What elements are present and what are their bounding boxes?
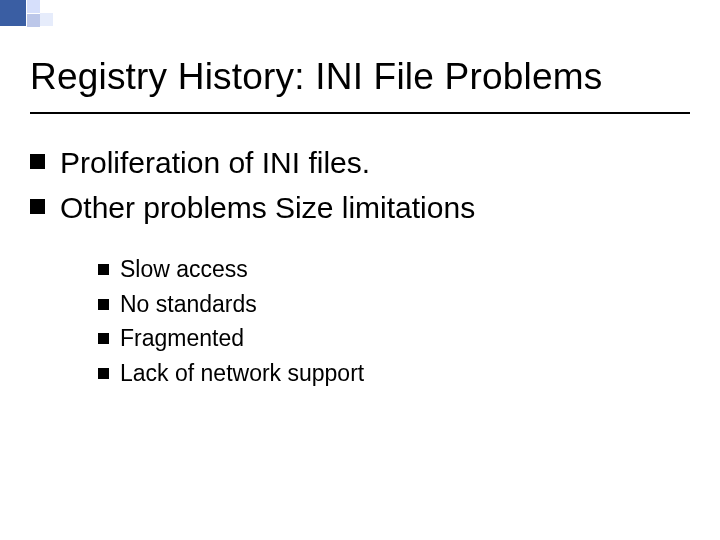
list-item: No standards	[98, 291, 690, 319]
square-bullet-icon	[30, 199, 45, 214]
list-item: Proliferation of INI files.	[30, 145, 690, 181]
accent-square-small	[27, 14, 40, 27]
square-bullet-icon	[98, 264, 109, 275]
accent-square-small	[40, 13, 53, 26]
list-item: Lack of network support	[98, 360, 690, 388]
list-item: Slow access	[98, 256, 690, 284]
list-item-text: No standards	[120, 291, 257, 319]
sub-list: Slow access No standards Fragmented Lack…	[98, 256, 690, 387]
list-item-text: Lack of network support	[120, 360, 364, 388]
slide-title: Registry History: INI File Problems	[30, 56, 602, 98]
square-bullet-icon	[30, 154, 45, 169]
list-item: Fragmented	[98, 325, 690, 353]
list-item-text: Slow access	[120, 256, 248, 284]
square-bullet-icon	[98, 299, 109, 310]
accent-square-large	[0, 0, 26, 26]
square-bullet-icon	[98, 333, 109, 344]
accent-square-small	[27, 0, 40, 13]
square-bullet-icon	[98, 368, 109, 379]
corner-decoration	[0, 0, 53, 27]
list-item: Other problems Size limitations	[30, 190, 690, 226]
title-underline	[30, 112, 690, 114]
list-item-text: Fragmented	[120, 325, 244, 353]
list-item-text: Other problems Size limitations	[60, 190, 475, 226]
slide-body: Proliferation of INI files. Other proble…	[30, 145, 690, 394]
list-item-text: Proliferation of INI files.	[60, 145, 370, 181]
